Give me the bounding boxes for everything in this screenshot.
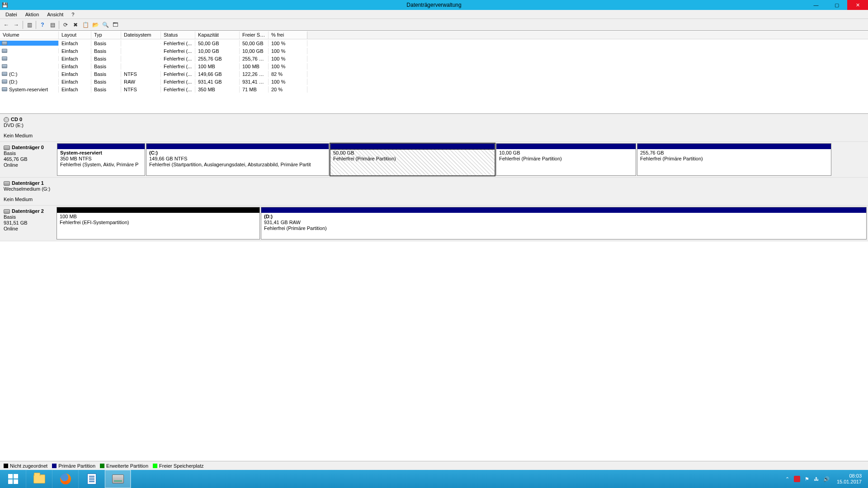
disk-partitions: System-reserviert350 MB NTFSFehlerfrei (… bbox=[57, 142, 868, 177]
disk-row-0[interactable]: Datenträger 0 Basis 465,76 GB Online Sys… bbox=[0, 142, 868, 178]
disk-info: Datenträger 2 Basis 931,51 GB Online bbox=[0, 206, 56, 241]
volume-row[interactable]: EinfachBasisFehlerfrei (...50,00 GB50,00… bbox=[0, 39, 868, 47]
back-button[interactable]: ← bbox=[2, 20, 11, 29]
partition[interactable]: 10,00 GBFehlerfrei (Primäre Partition) bbox=[496, 143, 636, 176]
tray-av-icon[interactable] bbox=[794, 476, 800, 482]
taskbar-firefox[interactable] bbox=[52, 470, 79, 488]
col-free[interactable]: Freier Sp... bbox=[240, 31, 269, 39]
tray-chevron-icon[interactable]: ⌃ bbox=[785, 476, 789, 482]
cell-layout: Einfach bbox=[59, 48, 91, 54]
cell-fs: RAW bbox=[121, 79, 161, 85]
cell-free: 931,41 GB bbox=[240, 79, 269, 85]
maximize-button[interactable]: ▢ bbox=[826, 0, 847, 10]
close-button[interactable]: ✕ bbox=[847, 0, 868, 10]
action4-button[interactable]: 🗔 bbox=[111, 20, 120, 29]
action2-button[interactable]: 📂 bbox=[91, 20, 100, 29]
separator bbox=[59, 21, 59, 29]
cell-status: Fehlerfrei (... bbox=[161, 56, 195, 62]
partition-stripe bbox=[57, 207, 259, 213]
col-fs[interactable]: Dateisystem bbox=[121, 31, 161, 39]
disk-type: Basis bbox=[4, 150, 53, 156]
taskbar-document[interactable] bbox=[79, 470, 105, 488]
disk-row-cd0[interactable]: CD 0 DVD (E:) Kein Medium bbox=[0, 114, 868, 142]
partition-status: Fehlerfrei (Startpartition, Auslagerungs… bbox=[149, 162, 326, 168]
volume-icon bbox=[2, 72, 7, 76]
disk-row-1[interactable]: Datenträger 1 Wechselmedium (G:) Kein Me… bbox=[0, 178, 868, 206]
properties-button[interactable]: ▤ bbox=[48, 20, 57, 29]
minimize-button[interactable]: — bbox=[806, 0, 826, 10]
tray-flag-icon[interactable]: ⚑ bbox=[805, 476, 809, 482]
volume-icon bbox=[2, 80, 7, 84]
volume-row[interactable]: EinfachBasisFehlerfrei (...100 MB100 MB1… bbox=[0, 62, 868, 70]
partition-stripe bbox=[261, 207, 866, 213]
partition[interactable]: 50,00 GBFehlerfrei (Primäre Partition) bbox=[330, 143, 495, 176]
delete-button[interactable]: ✖ bbox=[71, 20, 80, 29]
partition[interactable]: (D:)931,41 GB RAWFehlerfrei (Primäre Par… bbox=[261, 207, 867, 239]
cell-status: Fehlerfrei (... bbox=[161, 63, 195, 70]
empty-media bbox=[57, 115, 867, 141]
cell-typ: Basis bbox=[91, 79, 121, 85]
partition[interactable]: 100 MBFehlerfrei (EFI-Systempartition) bbox=[57, 207, 260, 239]
forward-button[interactable]: → bbox=[12, 20, 21, 29]
start-button[interactable] bbox=[0, 470, 26, 488]
disk-msg: Kein Medium bbox=[4, 133, 53, 139]
partition[interactable]: (C:)149,66 GB NTFSFehlerfrei (Startparti… bbox=[146, 143, 329, 176]
action3-button[interactable]: 🔍 bbox=[101, 20, 110, 29]
taskbar-explorer[interactable] bbox=[26, 470, 52, 488]
partition-status: Fehlerfrei (System, Aktiv, Primäre P bbox=[60, 162, 142, 168]
partition-size: 50,00 GB bbox=[333, 150, 492, 156]
partition-name: (D:) bbox=[264, 214, 863, 220]
col-typ[interactable]: Typ bbox=[91, 31, 121, 39]
cell-pct: 82 % bbox=[269, 71, 307, 77]
col-layout[interactable]: Layout bbox=[59, 31, 91, 39]
system-tray[interactable]: ⌃ ⚑ 🖧 🔊 08:03 15.01.2017 bbox=[782, 473, 868, 485]
cell-cap: 255,76 GB bbox=[195, 56, 240, 62]
volume-list-header: Volume Layout Typ Dateisystem Status Kap… bbox=[0, 31, 868, 39]
refresh-button[interactable]: ⟳ bbox=[61, 20, 70, 29]
volume-name: (D:) bbox=[9, 79, 17, 84]
partition[interactable]: 255,76 GBFehlerfrei (Primäre Partition) bbox=[637, 143, 831, 176]
disk-row-2[interactable]: Datenträger 2 Basis 931,51 GB Online 100… bbox=[0, 206, 868, 241]
help-icon[interactable]: ? bbox=[38, 20, 47, 29]
partition-status: Fehlerfrei (Primäre Partition) bbox=[264, 225, 863, 231]
cell-cap: 100 MB bbox=[195, 63, 240, 70]
action1-button[interactable]: 📋 bbox=[81, 20, 90, 29]
tray-network-icon[interactable]: 🖧 bbox=[814, 476, 819, 482]
partition-name: (C:) bbox=[149, 150, 326, 156]
legend-extended: Erweiterte Partition bbox=[100, 463, 148, 469]
volume-row[interactable]: EinfachBasisFehlerfrei (...10,00 GB10,00… bbox=[0, 47, 868, 55]
col-status[interactable]: Status bbox=[161, 31, 195, 39]
volume-icon bbox=[2, 87, 7, 91]
taskbar: ⌃ ⚑ 🖧 🔊 08:03 15.01.2017 bbox=[0, 470, 868, 488]
partition-name: System-reserviert bbox=[60, 150, 142, 156]
menu-aktion[interactable]: Aktion bbox=[22, 11, 43, 18]
taskbar-diskmgmt[interactable] bbox=[105, 470, 131, 488]
col-cap[interactable]: Kapazität bbox=[195, 31, 240, 39]
cell-free: 71 MB bbox=[240, 86, 269, 93]
volume-row[interactable]: (D:)EinfachBasisRAWFehlerfrei (...931,41… bbox=[0, 78, 868, 85]
clock-time: 08:03 bbox=[837, 473, 862, 479]
menu-ansicht[interactable]: Ansicht bbox=[43, 11, 67, 18]
menu-datei[interactable]: Datei bbox=[2, 11, 21, 18]
volume-list[interactable]: EinfachBasisFehlerfrei (...50,00 GB50,00… bbox=[0, 39, 868, 113]
cell-fs: NTFS bbox=[121, 86, 161, 93]
partition[interactable]: System-reserviert350 MB NTFSFehlerfrei (… bbox=[57, 143, 145, 176]
volume-icon bbox=[2, 49, 7, 53]
col-pct[interactable]: % frei bbox=[269, 31, 307, 39]
volume-row[interactable]: (C:)EinfachBasisNTFSFehlerfrei (...149,6… bbox=[0, 70, 868, 78]
clock[interactable]: 08:03 15.01.2017 bbox=[834, 473, 864, 485]
disk-type: Basis bbox=[4, 214, 52, 220]
partition-status: Fehlerfrei (Primäre Partition) bbox=[640, 156, 828, 162]
col-volume[interactable]: Volume bbox=[0, 31, 59, 39]
menu-help[interactable]: ? bbox=[68, 11, 78, 18]
cell-free: 10,00 GB bbox=[240, 48, 269, 54]
separator bbox=[36, 21, 36, 29]
show-hide-tree-button[interactable]: ▥ bbox=[25, 20, 34, 29]
volume-icon bbox=[2, 64, 7, 68]
tray-volume-icon[interactable]: 🔊 bbox=[823, 476, 830, 482]
cell-free: 100 MB bbox=[240, 63, 269, 70]
partition-size: 255,76 GB bbox=[640, 150, 828, 156]
volume-row[interactable]: System-reserviertEinfachBasisNTFSFehlerf… bbox=[0, 85, 868, 93]
volume-row[interactable]: EinfachBasisFehlerfrei (...255,76 GB255,… bbox=[0, 55, 868, 62]
disk-partitions: 100 MBFehlerfrei (EFI-Systempartition)(D… bbox=[56, 206, 868, 241]
